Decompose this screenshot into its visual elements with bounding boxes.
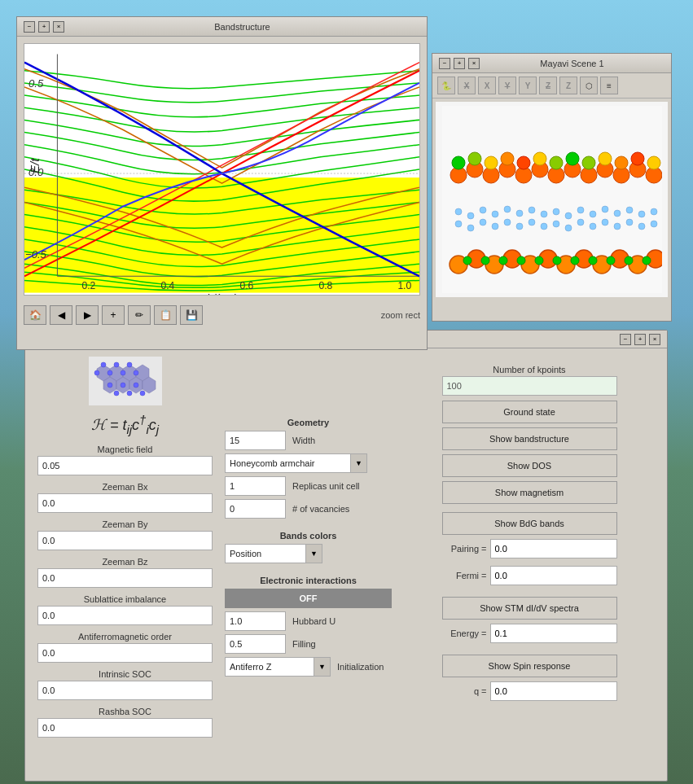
mayavi-x1-icon[interactable]: X: [458, 77, 476, 94]
band-maximize-btn[interactable]: +: [38, 21, 50, 33]
main-minimize-btn[interactable]: −: [620, 334, 631, 345]
mayavi-minimize-btn[interactable]: −: [439, 58, 450, 69]
svg-point-57: [651, 208, 657, 215]
geometry-type-dropdown-btn[interactable]: ▼: [350, 454, 366, 472]
vacancies-row: # of vacancies: [225, 499, 392, 519]
svg-point-70: [602, 219, 608, 226]
energy-label: Energy =: [442, 629, 487, 638]
svg-point-74: [651, 221, 657, 227]
svg-point-58: [455, 221, 462, 227]
svg-point-36: [582, 156, 595, 169]
show-spin-response-btn[interactable]: Show Spin response: [442, 655, 617, 677]
band-zoom-btn[interactable]: +: [102, 305, 125, 325]
zeeman-bx-input[interactable]: [37, 493, 213, 513]
svg-point-119: [140, 391, 145, 396]
show-magnetism-btn[interactable]: Show magnetism: [442, 481, 617, 504]
fermi-label: Fermi =: [442, 571, 487, 580]
mayavi-z1-icon[interactable]: Z: [539, 77, 557, 94]
filling-row: Filling: [225, 634, 392, 654]
stm-section: Show STM dI/dV spectra Energy =: [404, 597, 655, 646]
width-input[interactable]: [225, 431, 286, 450]
initialization-dropdown-btn[interactable]: ▼: [314, 658, 330, 676]
zeeman-by-input[interactable]: [37, 531, 213, 550]
show-dos-btn[interactable]: Show DOS: [442, 454, 617, 477]
replicas-input[interactable]: [225, 476, 286, 496]
svg-point-72: [626, 219, 633, 226]
band-home-btn[interactable]: 🏠: [24, 305, 46, 325]
electronic-toggle[interactable]: OFF: [225, 589, 392, 608]
band-window-controls[interactable]: − + ×: [24, 21, 64, 33]
svg-point-115: [114, 391, 119, 396]
mayavi-y1-icon[interactable]: Y: [498, 77, 516, 94]
hubbard-u-input[interactable]: [225, 611, 286, 631]
sublattice-group: Sublattice imbalance: [37, 594, 213, 625]
svg-point-37: [599, 152, 612, 165]
svg-point-42: [467, 212, 474, 219]
svg-point-91: [535, 256, 543, 265]
mayavi-y2-icon[interactable]: Y: [519, 77, 537, 94]
mayavi-menu-icon[interactable]: ≡: [600, 77, 618, 94]
kpoints-input[interactable]: [442, 376, 617, 396]
q-input[interactable]: [490, 681, 617, 701]
bands-colors-dropdown-btn[interactable]: ▼: [305, 545, 322, 563]
svg-text:0.8: 0.8: [318, 280, 332, 291]
magnetic-field-input[interactable]: [37, 456, 213, 475]
hubbard-row: Hubbard U: [225, 611, 392, 631]
svg-point-52: [590, 211, 596, 217]
band-copy-btn[interactable]: 📋: [154, 305, 177, 325]
show-stm-btn[interactable]: Show STM dI/dV spectra: [442, 597, 617, 620]
vacancies-input[interactable]: [225, 499, 286, 519]
svg-point-28: [452, 156, 465, 169]
mayavi-snake-icon[interactable]: 🐍: [437, 77, 455, 94]
mayavi-title: Mayavi Scene 1: [480, 59, 664, 68]
band-titlebar: − + × Bandstructure: [17, 17, 427, 37]
zeeman-by-label: Zeeman By: [37, 519, 213, 529]
fermi-input[interactable]: [490, 566, 617, 585]
band-edit-btn[interactable]: ✏: [128, 305, 151, 325]
antiferro-input[interactable]: [37, 643, 213, 663]
band-minimize-btn[interactable]: −: [24, 21, 35, 33]
mayavi-window-controls[interactable]: − + ×: [439, 58, 480, 69]
svg-point-30: [485, 156, 498, 169]
band-close-btn[interactable]: ×: [53, 21, 64, 33]
show-bdg-bands-btn[interactable]: Show BdG bands: [442, 512, 617, 535]
main-close-btn[interactable]: ×: [649, 334, 660, 345]
mayavi-maximize-btn[interactable]: +: [454, 58, 465, 69]
pairing-row: Pairing =: [442, 539, 617, 558]
vacancies-label: # of vacancies: [292, 504, 349, 514]
svg-text:1.0: 1.0: [397, 280, 411, 291]
svg-point-114: [107, 383, 112, 388]
mayavi-z2-icon[interactable]: Z: [559, 77, 577, 94]
svg-point-35: [566, 152, 579, 165]
svg-point-95: [607, 256, 615, 265]
svg-point-97: [643, 256, 651, 265]
svg-point-90: [517, 256, 525, 265]
intrinsic-soc-input[interactable]: [37, 681, 213, 700]
q-row: q =: [442, 681, 617, 701]
ground-state-btn[interactable]: Ground state: [442, 401, 617, 423]
band-forward-btn[interactable]: ▶: [76, 305, 99, 325]
main-maximize-btn[interactable]: +: [634, 334, 646, 345]
svg-point-73: [638, 223, 645, 230]
zeeman-bx-group: Zeeman Bx: [37, 482, 213, 513]
sublattice-input[interactable]: [37, 606, 213, 625]
zeeman-bz-input[interactable]: [37, 568, 213, 588]
mayavi-close-btn[interactable]: ×: [468, 58, 480, 69]
mayavi-x2-icon[interactable]: X: [478, 77, 496, 94]
svg-point-46: [516, 210, 523, 217]
band-save-btn[interactable]: 💾: [180, 305, 203, 325]
svg-point-45: [504, 206, 511, 212]
band-back-btn[interactable]: ◀: [50, 305, 72, 325]
mayavi-cube-icon[interactable]: ⬡: [580, 77, 598, 94]
filling-input[interactable]: [225, 634, 286, 654]
svg-text:0.6: 0.6: [239, 280, 253, 291]
show-bandstructure-btn[interactable]: Show bandstructure: [442, 427, 617, 450]
initialization-row: Antiferro Z ▼ Initialization: [225, 657, 392, 677]
svg-point-118: [134, 383, 138, 388]
pairing-input[interactable]: [490, 539, 617, 558]
left-panel: ℋ = tijc†icj Magnetic field Zeeman Bx Ze…: [37, 357, 213, 773]
pairing-label: Pairing =: [442, 544, 487, 554]
rashba-soc-input[interactable]: [37, 718, 213, 738]
energy-input[interactable]: [490, 624, 617, 643]
svg-point-54: [614, 210, 621, 217]
